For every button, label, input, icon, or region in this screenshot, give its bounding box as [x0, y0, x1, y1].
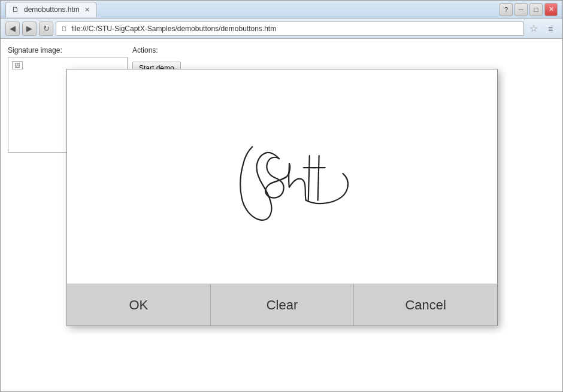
nav-bar: ◀ ▶ ↻ 🗋 file:///C:/STU-SigCaptX-Samples/…: [1, 19, 562, 39]
signature-drawing-area[interactable]: [67, 69, 497, 284]
browser-tab[interactable]: 🗋 demobuttons.htm ✕: [5, 2, 96, 17]
menu-button[interactable]: ≡: [543, 22, 558, 36]
signature-image-label: Signature image:: [8, 46, 555, 54]
title-bar: 🗋 demobuttons.htm ✕ ? ─ □ ✕: [1, 1, 562, 19]
image-placeholder-icon: 🖼: [12, 61, 23, 69]
bookmark-button[interactable]: ☆: [526, 22, 541, 36]
maximize-button[interactable]: □: [529, 3, 543, 16]
browser-window: 🗋 demobuttons.htm ✕ ? ─ □ ✕ ◀ ▶ ↻ 🗋 file…: [0, 0, 563, 392]
clear-button[interactable]: Clear: [211, 284, 355, 326]
back-button[interactable]: ◀: [5, 22, 20, 36]
ok-button[interactable]: OK: [67, 284, 211, 326]
tab-title: demobuttons.htm: [24, 5, 80, 14]
address-icon: 🗋: [61, 25, 68, 32]
close-button[interactable]: ✕: [544, 3, 558, 16]
dialog-button-bar: OK Clear Cancel: [67, 284, 497, 326]
refresh-button[interactable]: ↻: [39, 22, 53, 36]
cancel-button[interactable]: Cancel: [354, 284, 497, 326]
actions-label: Actions:: [132, 46, 181, 54]
tab-icon: 🗋: [12, 5, 19, 14]
signature-svg: [67, 69, 497, 284]
address-text: file:///C:/STU-SigCaptX-Samples/demobutt…: [71, 25, 276, 33]
minimize-button[interactable]: ─: [514, 3, 528, 16]
address-bar[interactable]: 🗋 file:///C:/STU-SigCaptX-Samples/demobu…: [56, 22, 524, 36]
help-button[interactable]: ?: [500, 3, 513, 16]
window-controls: ? ─ □ ✕: [500, 3, 558, 16]
page-content: Signature image: 🖼 Actions: Start demo: [1, 39, 562, 391]
forward-button[interactable]: ▶: [22, 22, 37, 36]
signature-dialog: OK Clear Cancel: [66, 69, 498, 326]
tab-close-icon[interactable]: ✕: [84, 6, 90, 14]
